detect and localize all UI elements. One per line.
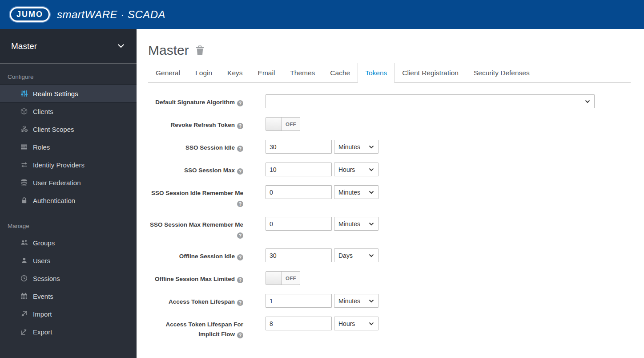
offline-session-idle-input[interactable] [266,248,332,262]
field-label-text: SSO Session Max [184,167,235,174]
sidebar-item-users[interactable]: Users [0,252,137,269]
sidebar-item-user-federation[interactable]: User Federation [0,174,137,191]
sidebar-item-label: Identity Providers [33,161,85,169]
sidebar-item-label: Roles [33,143,50,151]
chevron-down-icon [118,44,124,48]
exchange-arrows-icon [20,161,28,169]
offline-session-idle-unit-select[interactable]: Days [334,248,378,262]
help-icon[interactable] [237,123,243,129]
tab-cache[interactable]: Cache [322,63,358,83]
chevron-down-icon [369,168,374,171]
sidebar-item-label: User Federation [33,179,81,187]
cube-icon [20,108,28,115]
sidebar-item-events[interactable]: Events [0,287,137,305]
field-label-text: SSO Session Max Remember Me [150,221,243,228]
sso-session-max-remember-me-input[interactable] [266,217,332,231]
sidebar-item-authentication[interactable]: Authentication [0,191,137,209]
sidebar-item-identity-providers[interactable]: Identity Providers [0,156,137,174]
sso-session-max-unit-select[interactable]: Hours [334,163,378,176]
sidebar-item-label: Users [33,257,50,264]
realm-selector[interactable]: Master [0,29,137,64]
tab-general[interactable]: General [148,63,188,83]
users-group-icon [20,239,28,247]
form-row: Access Token Lifespan For Implicit Flow … [148,317,631,339]
chevron-down-icon [369,222,374,226]
database-icon [20,179,28,187]
jumo-logo-text: JUMO [16,10,43,19]
sidebar-item-label: Realm Settings [33,90,78,98]
app-header: JUMO smartWARE · SCADA [0,0,644,29]
access-token-lifespan-implicit-input[interactable] [266,317,332,330]
tab-client-registration[interactable]: Client Registration [394,63,466,83]
select-value: Minutes [338,220,360,228]
tab-security-defenses[interactable]: Security Defenses [466,63,537,83]
revoke-refresh-token-toggle[interactable]: OFF [266,117,300,131]
sidebar-item-label: Groups [33,239,55,247]
tab-keys[interactable]: Keys [220,63,250,83]
help-icon[interactable] [237,254,243,260]
help-icon[interactable] [237,168,243,175]
chevron-down-icon [369,299,374,303]
field-label: SSO Session Max Remember Me [148,217,243,240]
toggle-knob [266,118,282,130]
select-value: Days [338,252,353,259]
sidebar-item-label: Events [33,293,53,300]
brand-title: smartWARE · SCADA [57,8,165,21]
select-value: Hours [338,166,355,173]
sidebar-item-roles[interactable]: Roles [0,138,137,156]
select-value: Minutes [338,189,360,196]
sidebar-item-export[interactable]: Export [0,323,137,341]
page-title: Master [148,43,189,58]
sidebar-item-groups[interactable]: Groups [0,234,137,252]
help-icon[interactable] [237,332,243,338]
tab-tokens[interactable]: Tokens [358,63,394,83]
realm-selector-label: Master [11,41,37,51]
help-icon[interactable] [237,277,243,283]
list-bars-icon [20,143,28,151]
field-label: SSO Session Idle [148,140,243,154]
field-label: Offline Session Max Limited [148,271,243,285]
delete-realm-button[interactable] [196,45,204,55]
sidebar-item-label: Client Scopes [33,126,74,133]
form-row: Offline Session Idle Days [148,248,631,262]
sso-session-idle-remember-me-input[interactable] [266,185,332,199]
sso-session-idle-remember-me-unit-select[interactable]: Minutes [334,185,378,199]
default-signature-algorithm-select[interactable] [266,94,595,108]
form-row: Revoke Refresh Token OFF [148,117,631,131]
jumo-logo[interactable]: JUMO [10,7,50,22]
help-icon[interactable] [237,100,243,106]
field-label-text: Offline Session Max Limited [155,276,235,282]
sidebar-item-client-scopes[interactable]: Client Scopes [0,120,137,138]
tab-themes[interactable]: Themes [282,63,322,83]
chevron-down-icon [369,254,374,257]
form-row: SSO Session Idle Minutes [148,140,631,154]
access-token-lifespan-unit-select[interactable]: Minutes [334,294,378,308]
offline-session-max-limited-toggle[interactable]: OFF [266,271,300,285]
sidebar-item-import[interactable]: Import [0,305,137,323]
field-label-text: Default Signature Algorithm [155,99,235,106]
sidebar-item-clients[interactable]: Clients [0,102,137,120]
sidebar-item-sessions[interactable]: Sessions [0,269,137,287]
sso-session-idle-input[interactable] [266,140,332,154]
chevron-down-icon [369,191,374,194]
access-token-lifespan-implicit-unit-select[interactable]: Hours [334,317,378,330]
main-content: Master General Login Keys Email Themes C… [137,29,644,358]
access-token-lifespan-input[interactable] [266,294,332,308]
sso-session-max-remember-me-unit-select[interactable]: Minutes [334,217,378,231]
help-icon[interactable] [237,201,243,207]
sso-session-max-input[interactable] [266,163,332,176]
chevron-down-icon [369,322,374,325]
tab-login[interactable]: Login [188,63,220,83]
form-row: Default Signature Algorithm [148,94,631,108]
sidebar-item-realm-settings[interactable]: Realm Settings [0,85,137,102]
export-icon [20,328,28,336]
field-label: Offline Session Idle [148,248,243,262]
field-label-text: Revoke Refresh Token [170,122,235,128]
toggle-knob [266,272,282,285]
help-icon[interactable] [237,146,243,152]
help-icon[interactable] [237,232,243,239]
lock-icon [20,197,28,204]
sso-session-idle-unit-select[interactable]: Minutes [334,140,378,154]
help-icon[interactable] [237,300,243,306]
tab-email[interactable]: Email [250,63,283,83]
